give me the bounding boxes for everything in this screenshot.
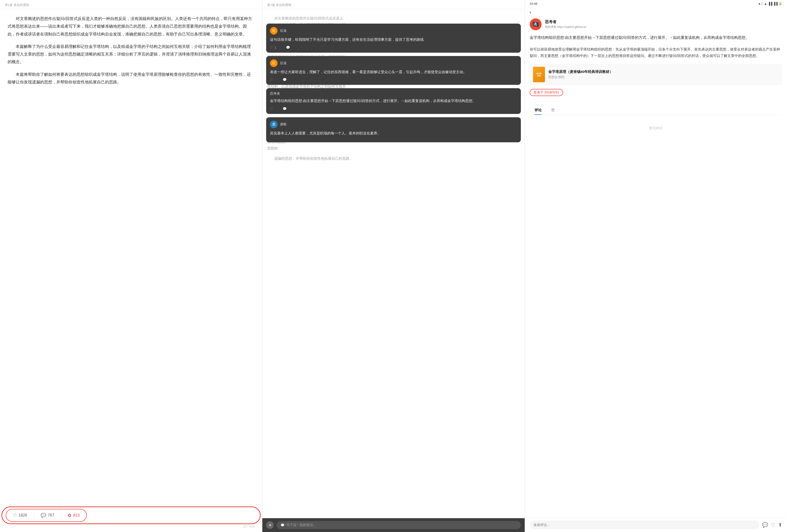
message-icon[interactable]: 💬 <box>762 522 768 528</box>
book-card[interactable]: 金字塔原理 金字塔原理（麦肯锡40年经典培训教材） 芭芭拉·明托 <box>530 64 782 85</box>
heart-icon[interactable]: ♡ <box>771 522 775 528</box>
tab-likes[interactable]: 赞 <box>546 106 559 115</box>
like-count: 1626 <box>19 513 27 517</box>
comment-username-2: 征途 <box>280 61 286 65</box>
comment-like-3[interactable]: ♡ <box>270 107 273 111</box>
comment-input-bar: ✕ 💬 写下这一刻的想法... <box>262 518 525 532</box>
like-button[interactable]: ♡ 1626 <box>6 509 34 521</box>
statusbar: 10:48 ● □ ▲ ▐▐ ▐▐ 🔋 <box>525 0 787 7</box>
comment-card-4: 龚 龚毅 其实基本上人人都需要，尤其是职场的每一个人。基本的职业化素养。 <box>266 117 520 142</box>
tab-comments[interactable]: 评论 <box>530 106 546 115</box>
paragraph-2: 本篇解释了为什么受众最容易理解和记住金字塔结构，以及组成金字塔的子结构之间如何互… <box>8 43 254 66</box>
author-name: 思考者 <box>545 20 587 25</box>
publish-date: 发表于 2018/3/31 <box>530 89 563 96</box>
book-author: 芭芭拉·明托 <box>548 75 613 80</box>
comment-like-2[interactable]: ♡ <box>270 78 273 82</box>
reader-footer: ♡ 1626 💬 767 ✿ 813 17 / 414 <box>0 505 262 532</box>
comment-avatar-1: 征 <box>270 27 278 35</box>
main-text: 金字塔结构组织思想:由主要思想开始→下层思想通过疑问/回答的方式，进行展开。→如… <box>530 34 782 41</box>
comment-username-4: 龚毅 <box>280 122 286 127</box>
comment-header-1: 征 征途 <box>270 27 517 35</box>
comment-card-3: 思考者 金字塔结构组织思想:由主要思想开始→下层思想通过疑问/回答的方式，进行展… <box>266 88 520 114</box>
comment-text-3: 金字塔结构组织思想:由主要思想开始→下层思想通过疑问/回答的方式，进行展开。→如… <box>270 98 517 104</box>
comment-avatar-2: 征 <box>270 59 278 67</box>
paragraph-1: 对文章阐述的思想作出疑问/回答式反应是人类的一种自然反应，没有国籍和民族的区别。… <box>8 15 254 38</box>
author-row: 🏴‍☠️ 思考者 我的博客:https://sykent.github.io/ <box>525 18 787 34</box>
comment-header-3: 思考者 <box>270 91 517 96</box>
comment-bubble-icon: 💬 <box>280 523 284 527</box>
empty-comment: 暂无评论 <box>530 119 782 137</box>
reply-icon: 💬 <box>286 46 290 49</box>
like-count-1: 1 <box>275 46 276 49</box>
author-link: 我的博客:https://sykent.github.io/ <box>545 25 587 29</box>
book-cover: 金字塔原理 <box>533 67 545 82</box>
detail-body[interactable]: 金字塔结构组织思想:由主要思想开始→下层思想通过疑问/回答的方式，进行展开。→如… <box>525 34 787 517</box>
detail-nav: ‹ <box>525 7 787 18</box>
comment-input-placeholder: 写下这一刻的想法... <box>286 523 316 527</box>
share-button[interactable]: ✿ 813 <box>61 509 86 521</box>
tabs-row: 评论 赞 <box>530 106 782 115</box>
reply-icon: 💬 <box>283 107 286 111</box>
statusbar-icons: ● □ ▲ ▐▐ ▐▐ 🔋 <box>759 2 782 5</box>
comment-card-2: 征 征途 表述一些让大家听进去，理解了，记住的东西很难，看一看是否能够让受众心头… <box>266 56 520 85</box>
status-icons: ● □ ▲ ▐▐ ▐▐ 🔋 <box>759 2 782 5</box>
comment-username-1: 征途 <box>280 29 286 33</box>
comment-reply-2[interactable]: 💬 <box>283 78 286 82</box>
book-title: 金字塔原理（麦肯锡40年经典培训教材） <box>548 70 613 74</box>
share-icon: ✿ <box>68 513 71 518</box>
comment-text-1: 这句话很关键，给我指明了不光只是学习沟通方面，还有在生活处理琐事方面，提供了思考… <box>270 37 517 43</box>
comment-count: 767 <box>48 513 55 517</box>
comments-header: 第1篇 表达的逻辑 <box>262 0 525 9</box>
comment-header-2: 征 征途 <box>270 59 517 67</box>
comment-text-2: 表述一些让大家听进去，理解了，记住的东西很难，看一看是否能够让受众心头一震，引起… <box>270 69 517 75</box>
comment-header-4: 龚 龚毅 <box>270 120 517 128</box>
comment-reply-1[interactable]: 💬 <box>286 46 290 49</box>
comment-actions-3: ♡ 💬 <box>270 107 517 111</box>
panel-detail: 10:48 ● □ ▲ ▐▐ ▐▐ 🔋 ‹ 🏴‍☠️ 思考者 我的博客:http… <box>525 0 787 532</box>
comment-reply-3[interactable]: 💬 <box>283 107 286 111</box>
panel-comments: 第1篇 表达的逻辑 对文章阐述的思想作出疑问/回答式反应是人类的一种自然反应，没… <box>262 0 525 532</box>
reader-content: 对文章阐述的思想作出疑问/回答式反应是人类的一种自然反应，没有国籍和民族的区别。… <box>0 9 262 505</box>
back-button[interactable]: ‹ <box>530 9 531 15</box>
comment-like-1[interactable]: ♡ 1 <box>270 46 276 49</box>
comment-text-4: 其实基本上人人都需要，尤其是职场的每一个人。基本的职业化素养。 <box>270 130 517 136</box>
status-time: 10:48 <box>530 2 537 5</box>
publish-date-wrapper: 发表于 2018/3/31 <box>530 89 782 101</box>
action-bar: ♡ 1626 💬 767 ✿ 813 <box>6 509 87 522</box>
action-bar-wrapper: ♡ 1626 💬 767 ✿ 813 <box>6 509 256 522</box>
panel-reader: 第1篇 表达的逻辑 对文章阐述的思想作出疑问/回答式反应是人类的一种自然反应，没… <box>0 0 262 532</box>
comment-actions-2: ♡ 💬 <box>270 78 517 82</box>
comment-icon: 💬 <box>41 513 46 518</box>
comments-title: 第1篇 表达的逻辑 <box>267 3 292 7</box>
comment-input-field[interactable] <box>530 520 759 529</box>
heart-icon: ♡ <box>270 78 273 82</box>
share-icon[interactable]: ⬆ <box>778 522 782 528</box>
book-info: 金字塔原理（麦肯锡40年经典培训教材） 芭芭拉·明托 <box>548 70 613 80</box>
comment-card-1: 征 征途 这句话很关键，给我指明了不光只是学习沟通方面，还有在生活处理琐事方面，… <box>266 24 520 53</box>
reader-header: 第1篇 表达的逻辑 <box>0 0 262 9</box>
page-indicator: 17 / 414 <box>6 525 256 528</box>
comment-username-3: 思考者 <box>270 91 280 96</box>
author-info: 思考者 我的博客:https://sykent.github.io/ <box>545 20 587 29</box>
comment-button[interactable]: 💬 767 <box>34 509 61 521</box>
comment-avatar-4: 龚 <box>270 120 278 128</box>
comment-input[interactable]: 💬 写下这一刻的想法... <box>277 521 520 529</box>
heart-icon: ♡ <box>270 46 273 49</box>
comment-actions-1: ♡ 1 💬 <box>270 46 517 49</box>
detail-footer: 💬 ♡ ⬆ <box>525 517 787 532</box>
comments-overlay[interactable]: 征 征途 这句话很关键，给我指明了不光只是学习沟通方面，还有在生活处理琐事方面，… <box>262 21 525 532</box>
heart-icon: ♡ <box>270 107 273 111</box>
paragraph-3: 本篇将帮助你了解如何将要表达的思想组织成金字塔结构，说明了使用金字塔原理能够检查… <box>8 71 254 86</box>
reply-icon: 💬 <box>283 78 286 82</box>
author-avatar: 🏴‍☠️ <box>530 18 541 30</box>
share-count: 813 <box>73 513 80 517</box>
secondary-text: 你可以很容易地使受众理解用金字塔结构组织的思想：先从金字塔的最顶端开始，沿各个分… <box>530 46 782 59</box>
reader-title: 第1篇 表达的逻辑 <box>5 3 29 7</box>
close-button[interactable]: ✕ <box>266 521 274 529</box>
heart-icon: ♡ <box>13 513 17 518</box>
comments-body: 对文章阐述的思想作出疑问/回答式反应是人类的一种自然反应，没有国籍和民族的区别。… <box>262 9 525 532</box>
